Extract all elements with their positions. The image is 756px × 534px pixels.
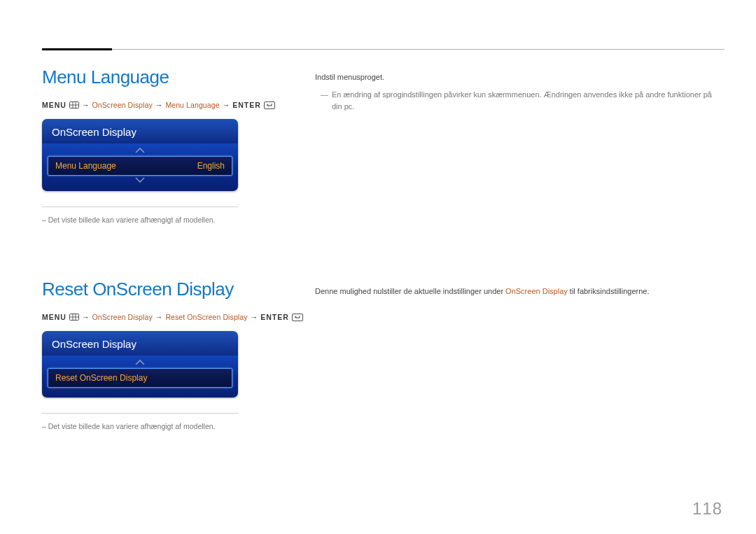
chevron-down-icon[interactable] <box>48 176 232 185</box>
arrow-icon: → <box>155 313 163 321</box>
top-rule-accent <box>42 48 112 50</box>
section1-description: Indstil menusproget. En ændring af sprog… <box>315 71 721 113</box>
navigation-path: MENU → OnScreen Display → Reset OnScreen… <box>42 313 308 321</box>
osd-row-reset[interactable]: Reset OnScreen Display <box>48 368 232 388</box>
menu-grid-icon <box>69 101 79 108</box>
osd-row-label: Reset OnScreen Display <box>55 373 147 383</box>
path-enter-label: ENTER <box>232 101 261 109</box>
arrow-icon: → <box>155 101 163 109</box>
model-disclaimer: Det viste billede kan variere afhængigt … <box>42 422 280 430</box>
section-title: Menu Language <box>42 66 308 88</box>
path-segment: Menu Language <box>165 101 219 109</box>
top-rule <box>42 49 724 50</box>
enter-icon <box>292 314 303 321</box>
menu-grid-icon <box>69 314 79 321</box>
path-menu-label: MENU <box>42 313 66 321</box>
path-segment: OnScreen Display <box>92 101 153 109</box>
section2-description: Denne mulighed nulstiller de aktuelle in… <box>315 286 721 297</box>
arrow-icon: → <box>251 313 258 321</box>
osd-panel-header: OnScreen Display <box>42 331 238 356</box>
arrow-icon: → <box>82 101 90 109</box>
manual-page: Menu Language MENU → OnScreen Display → … <box>0 0 756 534</box>
arrow-icon: → <box>82 313 90 321</box>
description-text-post: til fabriksindstillingerne. <box>568 287 650 295</box>
enter-icon <box>264 101 275 109</box>
path-menu-label: MENU <box>42 101 66 109</box>
osd-panel-body: Reset OnScreen Display <box>42 356 238 398</box>
osd-row-value: English <box>197 161 225 171</box>
model-disclaimer: Det viste billede kan variere afhængigt … <box>42 216 280 224</box>
page-number: 118 <box>692 499 722 519</box>
description-text-pre: Denne mulighed nulstiller de aktuelle in… <box>315 287 505 295</box>
description-note: En ændring af sprogindstillingen påvirke… <box>315 89 721 113</box>
path-segment: Reset OnScreen Display <box>165 313 247 321</box>
divider <box>42 413 238 414</box>
osd-panel-header: OnScreen Display <box>42 119 238 143</box>
osd-panel: OnScreen Display Reset OnScreen Display <box>42 331 238 398</box>
svg-rect-9 <box>292 314 302 321</box>
path-segment: OnScreen Display <box>92 313 153 321</box>
divider <box>42 206 238 207</box>
navigation-path: MENU → OnScreen Display → Menu Language … <box>42 101 308 109</box>
osd-panel: OnScreen Display Menu Language English <box>42 119 238 191</box>
osd-row-label: Menu Language <box>55 161 116 171</box>
chevron-up-icon[interactable] <box>48 358 232 368</box>
chevron-up-icon[interactable] <box>48 146 232 156</box>
section-reset-onscreen-display: Reset OnScreen Display MENU → OnScreen D… <box>42 279 308 430</box>
svg-rect-4 <box>264 101 274 108</box>
arrow-icon: → <box>223 101 230 109</box>
inline-link-onscreen-display: OnScreen Display <box>505 287 568 295</box>
path-enter-label: ENTER <box>260 313 289 321</box>
section-title: Reset OnScreen Display <box>42 279 308 300</box>
osd-row-menu-language[interactable]: Menu Language English <box>48 156 232 176</box>
description-text: Indstil menusproget. <box>315 71 721 83</box>
section-menu-language: Menu Language MENU → OnScreen Display → … <box>42 66 308 224</box>
osd-panel-body: Menu Language English <box>42 143 238 191</box>
